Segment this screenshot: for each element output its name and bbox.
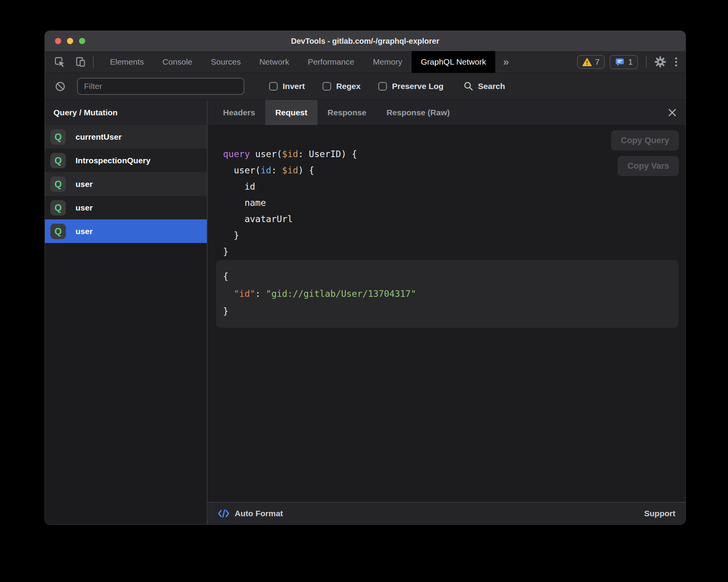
tab-network[interactable]: Network xyxy=(250,51,299,73)
detail-footer: Auto Format Support xyxy=(208,502,685,524)
tab-graphql-network[interactable]: GraphQL Network xyxy=(412,51,495,73)
tab-response-raw[interactable]: Response (Raw) xyxy=(376,100,460,125)
panel-tabs: Elements Console Sources Network Perform… xyxy=(101,51,495,73)
query-type-badge: Q xyxy=(50,153,66,168)
request-detail-panel: Headers Request Response Response (Raw) … xyxy=(208,100,685,524)
query-list-panel: Query / Mutation Q currentUser Q Introsp… xyxy=(45,100,208,524)
regex-checkbox-box[interactable] xyxy=(323,82,331,91)
query-row-label: user xyxy=(76,180,93,189)
toolbar-divider xyxy=(646,56,647,68)
query-row-user-3-selected[interactable]: Q user xyxy=(45,219,207,243)
auto-format-label: Auto Format xyxy=(235,509,283,518)
preserve-log-checkbox[interactable]: Preserve Log xyxy=(378,82,443,91)
query-row-currentuser[interactable]: Q currentUser xyxy=(45,125,207,149)
tab-memory[interactable]: Memory xyxy=(364,51,412,73)
invert-checkbox-box[interactable] xyxy=(269,82,278,91)
warnings-badge[interactable]: 7 xyxy=(577,55,605,69)
tab-performance[interactable]: Performance xyxy=(299,51,364,73)
search-button[interactable]: Search xyxy=(464,81,505,91)
query-row-label: currentUser xyxy=(76,132,122,142)
tab-response[interactable]: Response xyxy=(318,100,376,125)
request-body: query user($id: UserID) { user(id: $id) … xyxy=(208,125,685,502)
close-window-button[interactable] xyxy=(55,38,61,44)
search-label: Search xyxy=(478,82,505,91)
code-line: { xyxy=(223,268,671,285)
kebab-menu-icon[interactable] xyxy=(675,56,678,67)
issues-count: 1 xyxy=(628,57,633,67)
filter-bar: Invert Regex Preserve Log xyxy=(45,73,685,100)
code-line: } xyxy=(223,303,671,320)
code-line: } xyxy=(223,227,357,243)
more-tabs-chevron[interactable]: » xyxy=(495,51,517,73)
issues-badge[interactable]: 1 xyxy=(610,55,638,69)
query-row-user-2[interactable]: Q user xyxy=(45,196,207,219)
auto-format-button[interactable]: Auto Format xyxy=(218,509,283,518)
settings-gear-icon[interactable] xyxy=(654,56,666,68)
tab-headers[interactable]: Headers xyxy=(213,100,265,125)
inspect-element-icon[interactable] xyxy=(54,56,65,67)
query-type-badge: Q xyxy=(50,200,66,216)
device-toolbar-icon[interactable] xyxy=(75,56,86,67)
tab-request[interactable]: Request xyxy=(265,100,318,125)
search-icon xyxy=(464,81,474,91)
tab-elements[interactable]: Elements xyxy=(101,51,153,73)
code-line: id xyxy=(223,178,357,195)
code-line: avatarUrl xyxy=(223,211,357,227)
code-line: "id": "gid://gitlab/User/13704317" xyxy=(223,285,671,303)
graphql-query-code: query user($id: UserID) { user(id: $id) … xyxy=(223,146,357,260)
clear-block-icon[interactable] xyxy=(55,81,65,92)
code-line: } xyxy=(223,243,357,260)
invert-checkbox-label: Invert xyxy=(283,82,305,91)
query-type-badge: Q xyxy=(50,176,66,192)
window-title: DevTools - gitlab.com/-/graphql-explorer xyxy=(45,37,685,46)
toolbar-divider xyxy=(93,56,94,68)
query-row-label: IntrospectionQuery xyxy=(76,156,151,165)
query-row-label: user xyxy=(76,227,93,236)
warning-icon xyxy=(582,58,592,66)
support-link[interactable]: Support xyxy=(644,509,675,518)
regex-checkbox[interactable]: Regex xyxy=(323,82,361,91)
code-brackets-icon xyxy=(218,509,230,518)
invert-checkbox[interactable]: Invert xyxy=(269,82,305,91)
code-line: query user($id: UserID) { xyxy=(223,146,357,162)
filter-input[interactable] xyxy=(77,78,244,95)
devtools-toolbar: Elements Console Sources Network Perform… xyxy=(45,51,685,73)
devtools-window: DevTools - gitlab.com/-/graphql-explorer xyxy=(45,31,686,525)
warnings-count: 7 xyxy=(595,57,600,67)
content-area: Query / Mutation Q currentUser Q Introsp… xyxy=(45,100,685,524)
zoom-window-button[interactable] xyxy=(79,38,85,44)
desktop-background: DevTools - gitlab.com/-/graphql-explorer xyxy=(0,0,728,582)
minimize-window-button[interactable] xyxy=(67,38,73,44)
copy-vars-button[interactable]: Copy Vars xyxy=(618,156,679,176)
query-row-user-1[interactable]: Q user xyxy=(45,172,207,196)
tab-console[interactable]: Console xyxy=(153,51,202,73)
title-bar: DevTools - gitlab.com/-/graphql-explorer xyxy=(45,31,685,51)
detail-tabs: Headers Request Response Response (Raw) xyxy=(208,100,685,125)
preserve-log-checkbox-box[interactable] xyxy=(378,82,387,91)
preserve-log-checkbox-label: Preserve Log xyxy=(392,82,443,91)
query-list-header: Query / Mutation xyxy=(45,100,207,125)
code-line: name xyxy=(223,195,357,211)
code-line: user(id: $id) { xyxy=(223,162,357,178)
query-row-introspectionquery[interactable]: Q IntrospectionQuery xyxy=(45,149,207,172)
window-controls xyxy=(55,38,85,44)
chat-bubble-icon xyxy=(615,57,625,67)
query-variables-box: { "id": "gid://gitlab/User/13704317"} xyxy=(216,260,678,328)
query-type-badge: Q xyxy=(50,224,66,239)
regex-checkbox-label: Regex xyxy=(336,82,361,91)
close-detail-icon[interactable] xyxy=(668,100,677,125)
copy-query-button[interactable]: Copy Query xyxy=(611,130,679,151)
tab-sources[interactable]: Sources xyxy=(202,51,250,73)
query-type-badge: Q xyxy=(50,129,66,145)
query-row-label: user xyxy=(76,203,93,212)
